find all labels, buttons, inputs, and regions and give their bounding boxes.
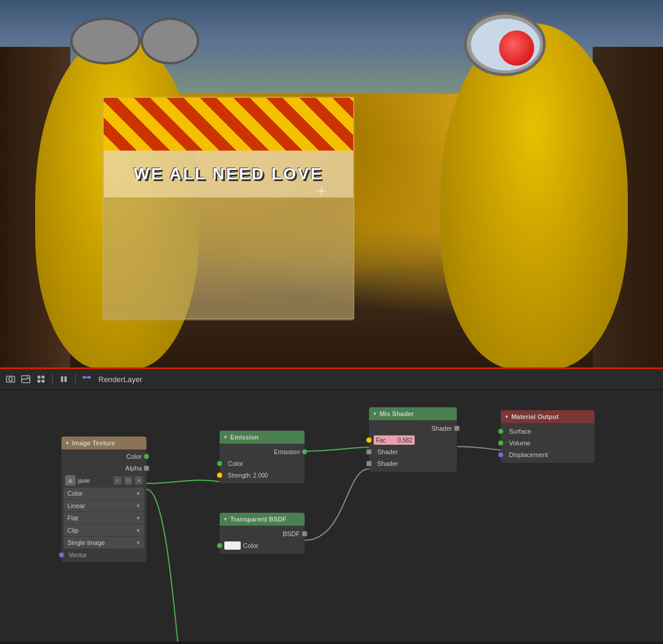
mix-shader2-label: Shader [374, 460, 398, 467]
collapse-arrow-emission[interactable]: ▼ [223, 435, 228, 440]
svg-rect-5 [37, 380, 40, 383]
render-viewport: WE ALL NEED LOVE [0, 0, 663, 369]
crosshair [317, 186, 326, 196]
toolbar: RenderLayer [0, 369, 663, 390]
node-material-output[interactable]: ▼ Material Output Surface Volume Displac… [501, 410, 594, 463]
node-mix-shader-title: Mix Shader [380, 410, 414, 417]
interpolation-dropdown[interactable]: Linear ▼ [64, 500, 144, 512]
surface-input: Surface [501, 425, 594, 437]
node-emission[interactable]: ▼ Emission Emission Color Strength: 2.00… [220, 431, 305, 483]
socket-alpha-out[interactable] [143, 465, 149, 471]
slot-icon[interactable] [35, 373, 47, 385]
right-eye-red [499, 30, 534, 66]
render-layer-label: RenderLayer [98, 375, 142, 384]
collapse-arrow-image-texture[interactable]: ▼ [65, 441, 70, 446]
volume-input: Volume [501, 437, 594, 449]
fake-button-f[interactable]: F [114, 476, 122, 485]
emission-output: Emission [220, 446, 305, 458]
source-label: Single Image [67, 539, 105, 546]
color-space-dropdown[interactable]: Color ▼ [64, 488, 144, 499]
node-render-icon[interactable] [81, 373, 93, 385]
node-transparent-bsdf-title: Transparent BSDF [230, 516, 286, 523]
socket-volume-in[interactable] [498, 440, 504, 446]
displacement-input: Displacement [501, 449, 594, 461]
socket-mix-shader2-in[interactable] [366, 461, 372, 466]
node-emission-header: ▼ Emission [220, 431, 305, 444]
volume-label: Volume [505, 439, 531, 447]
collapse-arrow-mix[interactable]: ▼ [372, 411, 377, 417]
image-texture-alpha-output: Alpha [61, 462, 146, 474]
node-editor[interactable]: ▼ Image Texture Color Alpha ▦ javie F ⊡ … [0, 390, 663, 642]
mix-shader-output-label: Shader [432, 425, 452, 432]
node-transparent-bsdf-body: BSDF Color [220, 526, 305, 554]
crosshair-dot [321, 190, 323, 192]
svg-rect-9 [83, 376, 86, 379]
dropdown-arrow-color: ▼ [136, 491, 141, 496]
node-image-texture[interactable]: ▼ Image Texture Color Alpha ▦ javie F ⊡ … [61, 437, 146, 562]
camera-render-icon[interactable] [5, 373, 16, 385]
toolbar-divider-1 [52, 374, 53, 384]
dropdown-arrow-ext: ▼ [136, 528, 141, 533]
socket-emission-strength-in[interactable] [217, 472, 223, 478]
dropdown-arrow-interp: ▼ [136, 503, 141, 509]
socket-mix-fac-in[interactable] [366, 437, 372, 443]
surface-label: Surface [505, 428, 531, 435]
socket-vector-in[interactable] [59, 552, 64, 558]
mix-fac-input: Fac 0.582 [369, 434, 457, 446]
transparent-color-label: Color [243, 542, 258, 549]
image-texture-color-output: Color [61, 451, 146, 462]
socket-transparent-color-in[interactable] [217, 543, 223, 548]
render-bottom-border [0, 367, 663, 369]
fake-button-x[interactable]: ✕ [135, 476, 143, 485]
transparent-color-input: Color [220, 540, 305, 551]
left-goggle-left [70, 18, 141, 64]
svg-rect-7 [61, 376, 63, 382]
svg-rect-8 [64, 376, 67, 382]
fake-button-img[interactable]: ⊡ [124, 476, 132, 485]
socket-emission-out[interactable] [302, 449, 307, 455]
socket-mix-shader-out[interactable] [454, 425, 460, 431]
color-space-label: Color [67, 490, 83, 497]
emission-color-input: Color [220, 458, 305, 469]
projection-dropdown[interactable]: Flat ▼ [64, 512, 144, 524]
sign-main-text: WE ALL NEED LOVE [134, 165, 323, 183]
fac-value-field[interactable]: Fac 0.582 [374, 435, 415, 445]
socket-mix-shader1-in[interactable] [366, 449, 372, 455]
image-view-icon[interactable] [20, 373, 32, 385]
sign-bottom [104, 197, 353, 321]
socket-displacement-in[interactable] [498, 452, 504, 458]
collapse-arrow-material[interactable]: ▼ [504, 414, 509, 420]
svg-rect-4 [42, 376, 45, 379]
fac-label: Fac [376, 437, 386, 444]
displacement-label: Displacement [505, 451, 548, 458]
socket-surface-in[interactable] [498, 428, 504, 434]
socket-color-out[interactable] [143, 454, 149, 459]
toolbar-divider-2 [75, 374, 76, 384]
extension-dropdown[interactable]: Clip ▼ [64, 524, 144, 536]
filename-label: javie [78, 478, 111, 484]
bsdf-output: BSDF [220, 528, 305, 540]
pause-icon[interactable] [58, 373, 70, 385]
mix-shader1-label: Shader [374, 448, 398, 455]
bsdf-output-label: BSDF [283, 530, 300, 537]
dropdown-arrow-proj: ▼ [136, 516, 141, 521]
node-transparent-bsdf[interactable]: ▼ Transparent BSDF BSDF Color [220, 513, 305, 554]
node-image-texture-header: ▼ Image Texture [61, 437, 146, 449]
collapse-arrow-transparent[interactable]: ▼ [223, 517, 228, 522]
node-image-texture-title: Image Texture [72, 439, 115, 447]
node-image-texture-body: Color Alpha ▦ javie F ⊡ ✕ Color ▼ [61, 449, 146, 562]
node-emission-body: Emission Color Strength: 2.000 [220, 444, 305, 483]
node-material-output-body: Surface Volume Displacement [501, 423, 594, 463]
svg-rect-10 [87, 376, 91, 379]
source-dropdown[interactable]: Single Image ▼ [64, 537, 144, 548]
color-swatch-transparent[interactable] [224, 541, 241, 550]
vector-input-row: Vector [61, 549, 146, 561]
emission-strength-input: Strength: 2.000 [220, 469, 305, 481]
socket-bsdf-out[interactable] [302, 531, 307, 537]
socket-emission-color-in[interactable] [217, 461, 223, 466]
node-mix-shader[interactable]: ▼ Mix Shader Shader Fac 0.582 Shader [369, 407, 457, 472]
svg-rect-3 [37, 376, 40, 379]
mix-shader1-input: Shader [369, 446, 457, 458]
vector-label: Vector [66, 551, 87, 558]
image-file-row: ▦ javie F ⊡ ✕ [61, 474, 146, 487]
